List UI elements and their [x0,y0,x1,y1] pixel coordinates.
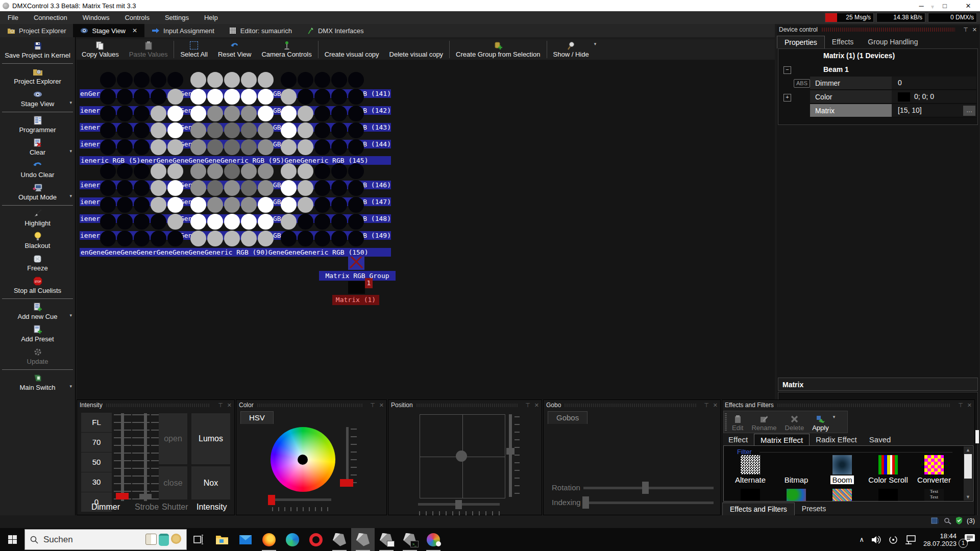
sidebar-item-add-new-cue[interactable]: Add new Cue ▾ [0,300,75,323]
copy-values-button[interactable]: Copy Values [77,39,124,60]
menu-help[interactable]: Help [197,14,226,21]
matrix-cell[interactable] [281,163,297,179]
matrix-cell[interactable] [258,72,274,88]
close-button[interactable]: ✕ [957,2,980,10]
matrix-cell[interactable] [167,180,183,196]
tab-properties[interactable]: Properties [777,36,825,48]
matrix-cell[interactable] [117,180,133,196]
tab-dmx-interfaces[interactable]: DMX Interfaces [299,24,371,37]
sidebar-item-stage-view[interactable]: Stage View ▾ [0,88,75,110]
device-name-label[interactable]: Matrix (1) [332,295,379,305]
matrix-cell[interactable] [151,122,166,138]
matrix-cell[interactable] [241,122,257,138]
group-name-label[interactable]: Matrix RGB Group [319,271,396,281]
matrix-cell[interactable] [117,139,133,155]
matrix-cell[interactable] [314,180,330,196]
matrix-cell[interactable] [207,106,223,121]
effect-item-alternate[interactable]: Alternate [728,455,773,485]
value-slider[interactable] [346,427,349,484]
menu-settings[interactable]: Settings [157,14,197,21]
tab-close-icon[interactable]: ✕ [132,27,137,34]
scrollbar-thumb[interactable] [975,430,979,443]
matrix-cell[interactable] [298,139,313,155]
matrix-cell[interactable] [331,89,347,105]
matrix-cell[interactable] [117,231,133,246]
property-label[interactable]: Matrix [810,104,892,117]
color-row[interactable]: + Color 0; 0; 0 [778,90,977,104]
matrix-cell[interactable] [190,231,206,246]
notification-button[interactable]: 1 [964,534,976,546]
sidebar-item-main-switch[interactable]: Main Switch ▾ [0,371,75,394]
abs-badge[interactable]: ABS [794,79,810,88]
matrix-cell[interactable] [281,214,297,230]
matrix-grid[interactable]: enGerGenGBB (141)ieneriGenGBB (142)iener… [100,71,365,254]
matrix-cell[interactable] [134,122,150,138]
matrix-cell[interactable] [167,139,183,155]
tab-radix-effect[interactable]: Radix Effect [810,434,863,446]
matrix-cell[interactable] [167,106,183,121]
matrix-cell[interactable] [100,122,116,138]
matrix-cell[interactable] [348,231,364,246]
matrix-cell[interactable] [258,214,274,230]
strobe-fader-thumb[interactable] [139,494,152,499]
matrix-cell[interactable] [331,106,347,121]
matrix-cell[interactable] [167,72,183,88]
matrix-cell[interactable] [134,180,150,196]
matrix-cell[interactable] [281,122,297,138]
tab-group-handling[interactable]: Group Handling [861,36,925,48]
matrix-cell[interactable] [348,122,364,138]
tab-saved[interactable]: Saved [863,434,897,446]
matrix-cell[interactable] [281,139,297,155]
scroll-down-icon[interactable]: ▼ [964,493,972,500]
matrix-cell[interactable] [207,163,223,179]
saturation-slider[interactable] [272,498,331,501]
dimmer-fader-thumb[interactable] [116,493,129,499]
matrix-cell[interactable] [167,197,183,213]
matrix-cell[interactable] [281,231,297,246]
menu-file[interactable]: File [0,14,26,21]
matrix-cell[interactable] [348,180,364,196]
matrix-cell[interactable] [298,214,313,230]
apply-button[interactable]: Apply [808,411,833,433]
matrix-cell[interactable] [241,139,257,155]
sidebar-item-blackout[interactable]: Blackout [0,230,75,252]
matrix-cell[interactable] [117,163,133,179]
dmxcontrol-window-1-button[interactable] [328,528,351,551]
matrix-cell[interactable] [241,163,257,179]
matrix-cell[interactable] [100,231,116,246]
tilt-slider-thumb[interactable] [506,448,514,455]
sidebar-item-save-project[interactable]: Save Project in Kernel [0,39,75,62]
sidebar-item-highlight[interactable]: Highlight [0,207,75,230]
matrix-cell[interactable] [207,139,223,155]
tab-effect[interactable]: Effect [722,434,754,446]
matrix-cell[interactable] [117,106,133,121]
clock[interactable]: 18:44 28.07.2023 [923,532,957,547]
matrix-cell[interactable] [207,72,223,88]
matrix-cell[interactable] [314,72,330,88]
pan-tilt-pad[interactable] [420,414,505,498]
pin-icon[interactable]: ⊤ [370,402,375,409]
matrix-cell[interactable] [281,72,297,88]
tab-effects[interactable]: Effects [825,36,861,48]
close-icon[interactable]: ✕ [534,402,539,409]
people-icon[interactable] [889,535,898,544]
tab-list-dropdown-icon[interactable]: ▼ [930,4,935,10]
matrix-cell[interactable] [134,214,150,230]
group-device-swatch[interactable] [348,281,365,294]
matrix-cell[interactable] [207,180,223,196]
dmxcontrol-window-2-button[interactable] [375,528,398,551]
matrix-cell[interactable] [134,163,150,179]
matrix-cell[interactable] [117,122,133,138]
matrix-cell[interactable] [224,89,240,105]
matrix-cell[interactable] [100,72,116,88]
chevron-down-icon[interactable]: ▾ [69,147,72,155]
matrix-cell[interactable] [207,214,223,230]
matrix-cell[interactable] [348,197,364,213]
property-value[interactable]: [15, 10] [898,104,922,117]
matrix-cell[interactable] [151,72,166,88]
matrix-cell[interactable] [281,180,297,196]
strobe-fader[interactable] [144,413,147,501]
matrix-cell[interactable] [100,106,116,121]
delete-visual-copy-button[interactable]: Delete visual copy [384,39,449,60]
matrix-cell[interactable] [190,180,206,196]
